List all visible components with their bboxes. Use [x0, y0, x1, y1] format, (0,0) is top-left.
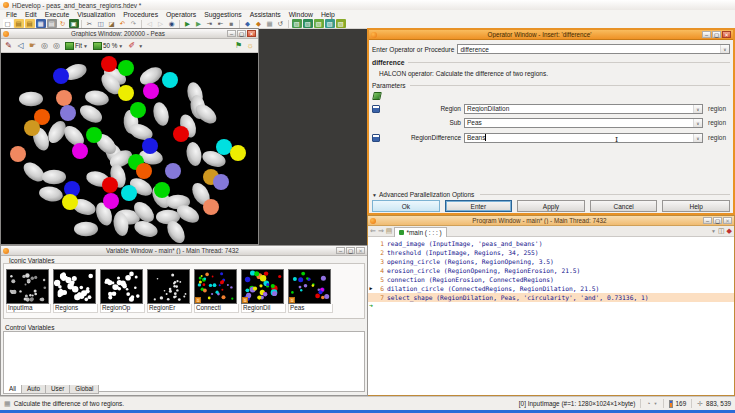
- zoom-icon[interactable]: ◎: [39, 40, 50, 51]
- print-icon[interactable]: ▤: [47, 19, 57, 28]
- menu-operators[interactable]: Operators: [162, 10, 200, 19]
- variable-thumbnail[interactable]: 1: [241, 269, 284, 304]
- code-line-4[interactable]: 4erosion_circle (RegionOpening, RegionEr…: [368, 266, 734, 275]
- zoom-level-button[interactable]: 50 %▼: [92, 40, 124, 52]
- program-window-title-bar[interactable]: Program Window - main* () - Main Thread:…: [368, 216, 734, 226]
- help-book-icon[interactable]: ◆: [243, 19, 253, 28]
- copy-icon[interactable]: ◫: [96, 19, 106, 28]
- enter-button[interactable]: Enter: [445, 200, 513, 212]
- advanced-parallelization-label[interactable]: Advanced Parallelization Options: [379, 191, 474, 198]
- minimize-button[interactable]: –: [703, 217, 712, 224]
- compile-icon[interactable]: ◉: [167, 19, 177, 28]
- matching-assistant-icon[interactable]: ▧: [314, 19, 324, 28]
- close-button[interactable]: ✕: [722, 31, 731, 38]
- operator-search-combo[interactable]: difference ∨: [457, 44, 730, 54]
- tab-all[interactable]: All: [3, 385, 22, 394]
- chevron-down-icon[interactable]: ▼: [138, 43, 143, 49]
- clock-icon[interactable]: ◔: [646, 400, 650, 407]
- iconic-variable-inputima[interactable]: InputIma: [6, 269, 51, 313]
- tab-auto[interactable]: Auto: [21, 385, 46, 394]
- menu-help[interactable]: Help: [317, 10, 339, 19]
- param-sub-combo[interactable]: Peas ∨: [464, 118, 703, 128]
- menu-window[interactable]: Window: [285, 10, 317, 19]
- code-line-7[interactable]: 7select_shape (RegionDilation, Peas, 'ci…: [368, 293, 734, 302]
- operator-reference-icon[interactable]: ◆: [254, 19, 264, 28]
- new-file-icon[interactable]: ▢: [3, 19, 13, 28]
- image-acquisition-assistant-icon[interactable]: ▧: [292, 19, 302, 28]
- variable-thumbnail[interactable]: 1: [288, 269, 331, 304]
- operator-window-title-bar[interactable]: Operator Window - Insert: 'difference' –…: [369, 30, 733, 40]
- chevron-down-icon[interactable]: ▼: [654, 401, 658, 406]
- window-dialog-icon[interactable]: ▦: [265, 19, 275, 28]
- tab-user[interactable]: User: [45, 385, 70, 394]
- measure-assistant-icon[interactable]: ▧: [325, 19, 335, 28]
- open-image-icon[interactable]: ▤: [25, 19, 35, 28]
- code-line-5[interactable]: 5connection (RegionErosion, ConnectedReg…: [368, 275, 734, 284]
- stop-icon[interactable]: ■: [227, 19, 237, 28]
- apply-button[interactable]: Apply: [517, 200, 585, 212]
- iconic-variable-connecti[interactable]: 1Connecti: [194, 269, 239, 313]
- bookmark-icon[interactable]: ◆: [727, 227, 732, 235]
- close-button[interactable]: ✕: [723, 217, 732, 224]
- chevron-down-icon[interactable]: ▼: [118, 43, 123, 49]
- code-line-1[interactable]: 1read_image (InputImage, 'peas_and_beans…: [368, 239, 734, 248]
- close-button[interactable]: ✕: [356, 247, 365, 254]
- variable-thumbnail[interactable]: [53, 269, 96, 304]
- expand-arrow-icon[interactable]: ▼: [372, 192, 377, 198]
- iconic-variable-regionop[interactable]: RegionOp: [100, 269, 145, 313]
- menu-edit[interactable]: Edit: [21, 10, 41, 19]
- browse-icon[interactable]: ◫: [718, 227, 725, 235]
- lightbulb-icon[interactable]: ☼: [245, 40, 256, 51]
- pointer-icon[interactable]: ◁: [15, 40, 26, 51]
- paste-icon[interactable]: ◪: [107, 19, 117, 28]
- iconic-variable-peas[interactable]: 1Peas: [288, 269, 333, 313]
- chevron-down-icon[interactable]: ∨: [693, 119, 702, 127]
- code-line-3[interactable]: 3opening_circle (Regions, RegionOpening,…: [368, 257, 734, 266]
- minimize-button[interactable]: –: [336, 247, 345, 254]
- revert-icon[interactable]: ↻: [58, 19, 68, 28]
- cut-icon[interactable]: ✂: [85, 19, 95, 28]
- graphics-window-title-bar[interactable]: Graphics Window: 200000 - Peas – ▢ ✕: [1, 29, 258, 39]
- maximize-button[interactable]: ▢: [713, 217, 722, 224]
- reset-program-icon[interactable]: ↺: [276, 19, 286, 28]
- maximize-button[interactable]: ▢: [712, 31, 721, 38]
- forward-arrow-icon[interactable]: ⇒: [378, 227, 384, 235]
- menu-visualization[interactable]: Visualization: [73, 10, 119, 19]
- chevron-down-icon[interactable]: ∨: [720, 45, 729, 53]
- variable-thumbnail[interactable]: 1: [194, 269, 237, 304]
- chevron-down-icon[interactable]: ▼: [83, 43, 88, 49]
- variable-thumbnail[interactable]: [147, 269, 190, 304]
- minimize-button[interactable]: –: [227, 30, 236, 37]
- step-into-icon[interactable]: ⇥: [205, 19, 215, 28]
- menu-procedures[interactable]: Procedures: [119, 10, 162, 19]
- maximize-button[interactable]: ▢: [237, 30, 246, 37]
- ocr-assistant-icon[interactable]: ▧: [336, 19, 346, 28]
- variable-thumbnail[interactable]: [6, 269, 49, 304]
- tab-global[interactable]: Global: [69, 385, 99, 394]
- param-region-combo[interactable]: RegionDilation ∨: [464, 104, 703, 114]
- procedures-icon[interactable]: ▤: [386, 227, 393, 235]
- iconic-variable-regiondil[interactable]: 1RegionDil: [241, 269, 286, 313]
- undo-icon[interactable]: ↶: [118, 19, 128, 28]
- close-button[interactable]: ✕: [247, 30, 256, 37]
- control-variables-list[interactable]: [3, 331, 365, 392]
- maximize-button[interactable]: ▢: [346, 247, 355, 254]
- tab-main[interactable]: *main ( : : : ): [394, 227, 446, 237]
- code-line-6[interactable]: ▶6dilation_circle (ConnectedRegions, Reg…: [368, 284, 734, 293]
- run-icon[interactable]: ▶: [183, 19, 193, 28]
- back-arrow-icon[interactable]: ⇐: [370, 227, 376, 235]
- variable-thumbnail[interactable]: [100, 269, 143, 304]
- calibration-assistant-icon[interactable]: ▧: [303, 19, 313, 28]
- param-regiondifference-input[interactable]: Beans Ι ∨: [464, 133, 703, 143]
- zoom-tool-icon[interactable]: ◎: [51, 40, 62, 51]
- ok-button[interactable]: Ok: [372, 200, 440, 212]
- help-button[interactable]: Help: [662, 200, 730, 212]
- pan-icon[interactable]: ☛: [27, 40, 38, 51]
- iconic-variable-regioner[interactable]: RegionEr: [147, 269, 192, 313]
- prev-disabled-icon[interactable]: ◁: [145, 19, 155, 28]
- variable-window-title-bar[interactable]: Variable Window - main* () - Main Thread…: [1, 246, 367, 256]
- menu-file[interactable]: File: [2, 10, 21, 19]
- cancel-button[interactable]: Cancel: [590, 200, 658, 212]
- flag-icon[interactable]: ⚑: [233, 40, 244, 51]
- iconic-variable-regions[interactable]: Regions: [53, 269, 98, 313]
